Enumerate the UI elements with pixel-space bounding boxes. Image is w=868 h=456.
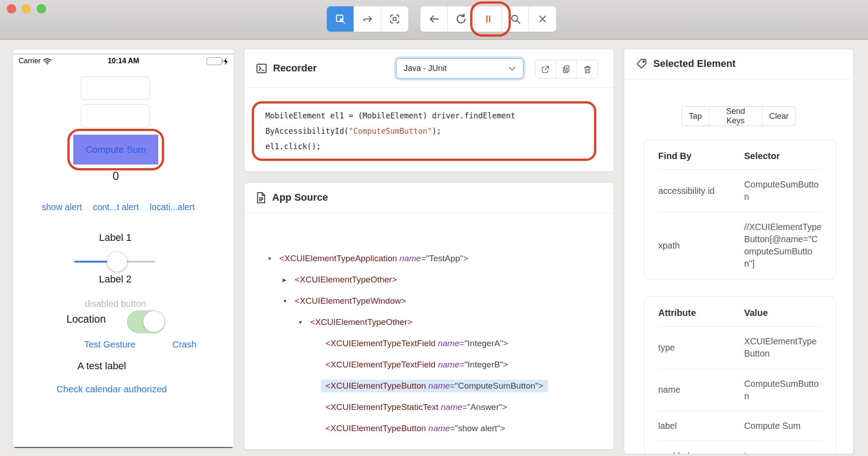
pause-recording-button[interactable] <box>475 6 502 32</box>
source-tree-node[interactable]: <XCUIElementTypeStaticText name="Answer"… <box>245 400 613 414</box>
window-titlebar <box>0 0 868 40</box>
close-icon <box>537 14 548 24</box>
selected-element-title: Selected Element <box>653 58 736 70</box>
screenshot-top-border <box>13 54 234 54</box>
tap-by-coordinates-button[interactable] <box>381 6 408 32</box>
show-alert-link[interactable]: show alert <box>42 202 82 212</box>
source-tree-node[interactable]: ▶<XCUIElementTypeOther> <box>245 273 613 287</box>
test-gesture-link[interactable]: Test Gesture <box>84 339 135 350</box>
location-label: Location <box>66 313 106 325</box>
alert-links-row: show alert cont...t alert locati...alert <box>13 202 223 212</box>
code-line: el1.click(); <box>265 139 583 154</box>
fullscreen-window-button[interactable] <box>37 4 46 14</box>
select-elements-button[interactable] <box>327 6 354 32</box>
battery-icon <box>207 57 228 65</box>
device-screenshot-panel: Carrier 10:14 AM Compute Sum 0 show aler… <box>13 49 234 448</box>
table-row: xpath//XCUIElementTypeButton[@name="Comp… <box>658 212 822 279</box>
source-tree: ▼<XCUIElementTypeApplication name="TestA… <box>245 252 613 443</box>
terminal-icon <box>255 62 268 75</box>
table-row: accessibility idComputeSumButton <box>658 170 822 212</box>
slider-label-2: Label 2 <box>13 273 217 285</box>
swipe-by-coordinates-button[interactable] <box>354 6 381 32</box>
send-keys-button[interactable]: Send Keys <box>709 107 763 126</box>
copy-code-button[interactable] <box>556 60 577 78</box>
clear-element-button[interactable]: Clear <box>762 107 795 126</box>
source-tree-node[interactable]: ▼<XCUIElementTypeWindow> <box>245 294 613 308</box>
source-tree-node[interactable]: <XCUIElementTypeTextField name="IntegerB… <box>245 358 613 371</box>
element-actions-group: Tap Send Keys Clear <box>682 106 796 126</box>
attributes-table: AttributeValuetypeXCUIElementTypeButtonn… <box>644 296 836 454</box>
table-row: labelCompute Sum <box>658 411 822 441</box>
share-icon <box>541 65 550 74</box>
check-calendar-link[interactable]: Check calendar authorized <box>13 384 210 395</box>
answer-label: 0 <box>67 169 164 183</box>
code-line: ByAccessibilityId("ComputeSumButton"); <box>265 123 583 139</box>
code-line: MobileElement el1 = (MobileElement) driv… <box>265 108 583 123</box>
screenshot-bottom-border <box>13 447 234 448</box>
value-slider[interactable] <box>74 251 156 273</box>
search-icon <box>509 13 521 25</box>
interaction-mode-group <box>326 6 409 32</box>
back-arrow-icon <box>428 13 440 25</box>
source-tree-node[interactable]: ▼<XCUIElementTypeOther> <box>245 315 613 329</box>
chevron-down-icon <box>509 66 516 71</box>
charging-bolt-icon <box>223 58 228 65</box>
integer-a-field[interactable] <box>81 76 150 100</box>
selected-element-header: Selected Element <box>624 49 853 78</box>
pause-icon <box>483 14 494 24</box>
source-tree-node[interactable]: <XCUIElementTypeButton name="show alert"… <box>245 422 613 435</box>
status-time: 10:14 AM <box>13 57 234 65</box>
swipe-arrow-icon <box>362 13 373 25</box>
recorder-divider <box>245 87 613 88</box>
export-code-button[interactable] <box>535 60 556 78</box>
quit-session-button[interactable] <box>529 6 556 32</box>
document-icon <box>255 192 267 204</box>
refresh-button[interactable] <box>448 6 475 32</box>
recorder-title: Recorder <box>273 62 317 74</box>
session-actions-group <box>420 6 557 32</box>
selected-element-panel: Selected Element Tap Send Keys Clear Fin… <box>624 49 854 454</box>
table-header-row: Find BySelector <box>658 140 822 170</box>
table-row: enabledtrue <box>658 441 822 454</box>
copy-document-icon <box>561 65 571 74</box>
selected-element-divider <box>624 79 853 80</box>
source-tree-node[interactable]: <XCUIElementTypeButton name="ComputeSumB… <box>245 379 613 393</box>
app-source-header: App Source <box>245 183 613 212</box>
tap-element-button[interactable]: Tap <box>682 107 709 126</box>
back-button[interactable] <box>420 6 448 32</box>
source-tree-node[interactable]: <XCUIElementTypeTextField name="IntegerA… <box>245 337 613 350</box>
search-button[interactable] <box>502 6 529 32</box>
slider-label-1: Label 1 <box>13 232 217 244</box>
location-toggle[interactable] <box>127 310 165 333</box>
language-select[interactable]: Java - JUnit <box>396 58 524 79</box>
app-source-title: App Source <box>272 192 328 203</box>
crash-link[interactable]: Crash <box>172 339 196 350</box>
slider-knob[interactable] <box>107 252 127 272</box>
app-source-panel: App Source ▼<XCUIElementTypeApplication … <box>244 183 614 450</box>
tag-icon <box>636 58 648 70</box>
close-window-button[interactable] <box>7 4 16 14</box>
recorder-panel: Recorder Java - JUnit <box>244 49 614 172</box>
trash-icon <box>583 65 592 74</box>
refresh-icon <box>455 13 467 25</box>
contact-alert-link[interactable]: cont...t alert <box>93 202 139 212</box>
disabled-button: disabled button <box>13 299 217 309</box>
table-row: nameComputeSumButton <box>658 369 822 412</box>
language-select-value: Java - JUnit <box>404 64 509 73</box>
app-source-divider <box>245 213 613 213</box>
code-block: MobileElement el1 = (MobileElement) driv… <box>252 101 596 161</box>
tap-frame-icon <box>389 13 401 25</box>
table-header-row: AttributeValue <box>658 297 822 327</box>
location-alert-link[interactable]: locati...alert <box>150 202 195 212</box>
table-row: typeXCUIElementTypeButton <box>658 327 822 369</box>
select-cursor-icon <box>335 13 346 25</box>
integer-b-field[interactable] <box>81 104 150 128</box>
minimize-window-button[interactable] <box>22 4 31 14</box>
find-by-table: Find BySelectoraccessibility idComputeSu… <box>644 140 836 279</box>
test-label: A test label <box>13 360 190 372</box>
recorder-buttons-group <box>535 60 598 79</box>
source-tree-node[interactable]: ▼<XCUIElementTypeApplication name="TestA… <box>245 252 613 265</box>
phone-status-bar: Carrier 10:14 AM <box>13 56 234 67</box>
compute-sum-button[interactable]: Compute Sum <box>73 135 158 165</box>
clear-recording-button[interactable] <box>577 60 598 78</box>
